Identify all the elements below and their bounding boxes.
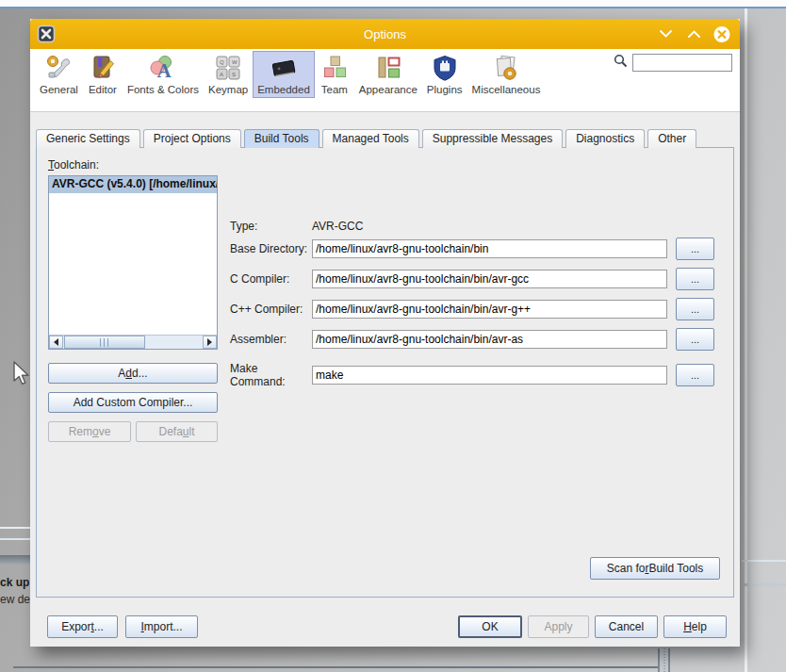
- category-label: Editor: [89, 84, 117, 95]
- maximize-icon[interactable]: [685, 25, 702, 42]
- category-appearance[interactable]: Appearance: [354, 51, 422, 98]
- tab-build-tools[interactable]: Build Tools: [244, 129, 319, 148]
- browse-button[interactable]: ...: [676, 268, 714, 290]
- cubes-icon: [319, 53, 350, 83]
- tab-managed-tools[interactable]: Managed Tools: [322, 129, 419, 148]
- search-icon: [614, 54, 628, 72]
- category-label: Appearance: [359, 84, 418, 95]
- background-text-fragment: ew dev: [0, 593, 31, 606]
- cancel-button[interactable]: Cancel: [595, 615, 658, 638]
- gear-wrench-icon: [43, 53, 74, 83]
- category-label: Miscellaneous: [472, 84, 541, 95]
- category-label: Embedded: [257, 84, 310, 95]
- type-value: AVR-GCC: [312, 220, 363, 233]
- layout-blocks-icon: [373, 53, 403, 83]
- cpp-compiler-row: C++ Compiler: ...: [230, 298, 724, 320]
- svg-text:A: A: [220, 72, 223, 77]
- type-row: Type: AVR-GCC: [230, 215, 724, 238]
- category-label: Team: [321, 84, 348, 95]
- background-window-edge: [0, 0, 786, 7]
- export-button[interactable]: Export...: [47, 615, 118, 638]
- background-window-accent-line: [0, 7, 786, 8]
- make-command-input[interactable]: [312, 366, 667, 385]
- category-label: Keymap: [208, 84, 248, 95]
- category-embedded[interactable]: Embedded: [253, 51, 315, 98]
- default-button[interactable]: Default: [136, 421, 218, 442]
- remove-button[interactable]: Remove: [48, 421, 131, 442]
- category-label: General: [40, 84, 78, 95]
- keyboard-keys-icon: QW AS: [213, 53, 243, 83]
- category-fonts-colors[interactable]: A Fonts & Colors: [123, 51, 204, 98]
- apply-button[interactable]: Apply: [528, 615, 589, 638]
- tab-diagnostics[interactable]: Diagnostics: [565, 129, 645, 148]
- cpp-compiler-input[interactable]: [312, 300, 667, 319]
- scrollbar-thumb[interactable]: [64, 336, 145, 349]
- browse-button[interactable]: ...: [676, 364, 714, 386]
- background-divider: [13, 666, 658, 668]
- background-divider: [742, 583, 786, 586]
- tab-other[interactable]: Other: [647, 129, 696, 148]
- footer-actions: OK Apply Cancel Help: [458, 615, 727, 638]
- window-title: Options: [30, 27, 740, 41]
- c-compiler-input[interactable]: [312, 270, 667, 288]
- options-content: Generic Settings Project Options Build T…: [30, 111, 740, 647]
- book-pencil-icon: [88, 53, 118, 83]
- tab-suppressible-messages[interactable]: Suppressible Messages: [422, 129, 563, 148]
- minimize-icon[interactable]: [657, 25, 674, 42]
- scroll-right-icon[interactable]: [203, 336, 217, 349]
- add-button[interactable]: Add...: [48, 363, 218, 384]
- import-button[interactable]: Import...: [125, 615, 198, 638]
- tab-project-options[interactable]: Project Options: [143, 129, 241, 148]
- background-scrollbar: [658, 648, 670, 672]
- chip-icon: [269, 53, 299, 83]
- svg-text:Q: Q: [220, 59, 224, 65]
- background-divider: [742, 560, 786, 562]
- category-keymap[interactable]: QW AS Keymap: [204, 51, 253, 98]
- browse-button[interactable]: ...: [676, 298, 714, 320]
- category-miscellaneous[interactable]: Miscellaneous: [467, 51, 546, 98]
- ok-button[interactable]: OK: [458, 615, 522, 638]
- scrollbar-track[interactable]: [63, 336, 203, 349]
- toolchain-list-item[interactable]: AVR-GCC (v5.4.0) [/home/linux/a: [49, 176, 217, 193]
- close-icon[interactable]: [713, 25, 730, 42]
- category-label: Plugins: [427, 84, 463, 95]
- base-directory-row: Base Directory: ...: [230, 238, 724, 260]
- window-controls: [657, 19, 730, 49]
- make-command-row: Make Command: ...: [230, 364, 724, 386]
- tab-generic-settings[interactable]: Generic Settings: [36, 129, 140, 148]
- type-label: Type:: [230, 220, 312, 233]
- category-plugins[interactable]: Plugins: [422, 51, 467, 98]
- toolchain-label: Toolchain:: [48, 158, 99, 172]
- assembler-input[interactable]: [312, 330, 667, 349]
- category-toolbar: General Editor: [30, 49, 740, 111]
- svg-text:W: W: [232, 59, 237, 65]
- category-team[interactable]: Team: [315, 51, 354, 98]
- tab-strip: Generic Settings Project Options Build T…: [36, 129, 696, 148]
- background-window-right-edge: [745, 8, 747, 672]
- c-compiler-row: C Compiler: ...: [230, 268, 724, 290]
- mouse-cursor: [12, 361, 31, 390]
- options-dialog: Options: [30, 19, 740, 647]
- toolchain-list[interactable]: AVR-GCC (v5.4.0) [/home/linux/a: [48, 175, 218, 350]
- category-editor[interactable]: Editor: [83, 51, 123, 98]
- category-general[interactable]: General: [35, 51, 83, 98]
- add-custom-compiler-button[interactable]: Add Custom Compiler...: [48, 392, 218, 413]
- assembler-row: Assembler: ...: [230, 328, 724, 351]
- build-tools-panel: Toolchain: AVR-GCC (v5.4.0) [/home/linux…: [36, 147, 734, 598]
- horizontal-scrollbar[interactable]: [49, 335, 217, 349]
- category-label: Fonts & Colors: [127, 84, 199, 95]
- make-command-label: Make Command:: [230, 362, 312, 388]
- help-button[interactable]: Help: [663, 615, 727, 638]
- desktop: ck up ew dev Options: [0, 0, 786, 672]
- scan-for-build-tools-button[interactable]: Scan for Build Tools: [590, 557, 720, 580]
- browse-button[interactable]: ...: [676, 238, 714, 260]
- papers-gear-icon: [491, 53, 521, 83]
- browse-button[interactable]: ...: [676, 328, 714, 351]
- base-directory-input[interactable]: [312, 239, 667, 258]
- background-text-fragment: ck up: [0, 576, 29, 589]
- titlebar[interactable]: Options: [30, 19, 740, 49]
- svg-text:S: S: [232, 72, 236, 77]
- search-input[interactable]: [632, 54, 732, 72]
- dialog-footer: Export... Import... OK Apply Cancel Help: [30, 615, 740, 644]
- scroll-left-icon[interactable]: [49, 336, 63, 349]
